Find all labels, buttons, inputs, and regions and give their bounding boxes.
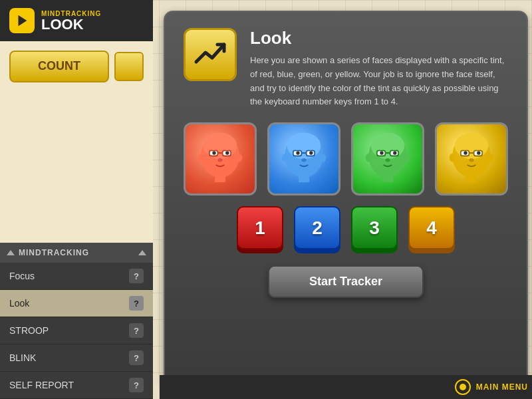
sidebar-item-focus[interactable]: Focus?	[0, 263, 153, 290]
question-badge-look[interactable]: ?	[129, 296, 144, 311]
count-button[interactable]: COUNT	[9, 51, 109, 82]
app-logo	[9, 8, 35, 33]
svg-point-19	[309, 151, 313, 154]
key-1-label: 1	[255, 217, 265, 239]
svg-point-44	[464, 151, 467, 154]
svg-rect-52	[466, 175, 477, 182]
svg-point-11	[198, 154, 204, 162]
key-2-label: 2	[312, 217, 323, 239]
key-3-label: 3	[369, 217, 380, 239]
main-content: Look Here you are shown a series of face…	[153, 0, 532, 399]
svg-point-5	[212, 151, 215, 154]
panel-title: Look	[250, 28, 508, 49]
nav-item-label-look: Look	[9, 298, 29, 309]
nav-list: Focus?Look?STROOP?BLINK?SELF REPORT?	[0, 263, 153, 399]
panel-top: Look Here you are shown a series of face…	[184, 28, 508, 109]
mindtracking-section: MINDTRACKING Focus?Look?STROOP?BLINK?SEL…	[0, 243, 153, 399]
svg-point-28	[371, 133, 404, 160]
svg-point-37	[366, 154, 372, 162]
nav-item-label-stroop: STROOP	[9, 325, 49, 336]
sidebar-item-look[interactable]: Look?	[0, 290, 153, 317]
key-4-label: 4	[426, 217, 437, 239]
svg-rect-39	[382, 175, 393, 182]
svg-point-25	[320, 154, 326, 162]
start-button-row: Start Tracker	[184, 265, 508, 298]
svg-point-41	[455, 133, 488, 160]
key-4[interactable]: 4	[408, 206, 455, 249]
svg-point-49	[469, 158, 473, 162]
mindtracking-header-left: MINDTRACKING	[7, 248, 89, 257]
svg-point-50	[450, 154, 456, 162]
panel-body-text: Here you are shown a series of faces dis…	[250, 54, 508, 109]
key-1[interactable]: 1	[237, 206, 283, 249]
sidebar-spacer	[0, 91, 153, 243]
panel-description: Look Here you are shown a series of face…	[250, 28, 508, 109]
key-3[interactable]: 3	[351, 206, 398, 249]
svg-point-45	[477, 151, 480, 154]
svg-point-2	[203, 133, 237, 160]
svg-rect-26	[299, 175, 309, 182]
svg-point-36	[385, 158, 390, 162]
count-area: COUNT	[0, 41, 153, 91]
main-menu-label[interactable]: MAIN MENU	[476, 382, 528, 392]
sidebar-header: MINDTRACKING LOOK	[0, 0, 153, 41]
collapse-icon[interactable]	[7, 250, 15, 255]
svg-point-10	[217, 158, 222, 162]
key-2[interactable]: 2	[294, 206, 340, 249]
info-panel: Look Here you are shown a series of face…	[164, 11, 528, 388]
start-tracker-button[interactable]: Start Tracker	[268, 265, 424, 298]
sidebar-item-blink[interactable]: BLINK?	[0, 344, 153, 372]
face-green	[351, 122, 424, 196]
svg-rect-13	[215, 175, 225, 182]
faces-row	[184, 122, 508, 196]
panel-icon	[184, 28, 237, 81]
face-red	[184, 122, 257, 196]
svg-point-18	[296, 151, 299, 154]
sidebar: MINDTRACKING LOOK COUNT MINDTRACKING Foc…	[0, 0, 153, 399]
question-badge-stroop[interactable]: ?	[129, 323, 144, 338]
svg-point-24	[282, 154, 288, 162]
svg-point-12	[236, 154, 242, 162]
nav-item-label-focus: Focus	[9, 271, 35, 281]
app-title: MINDTRACKING LOOK	[41, 10, 101, 32]
question-badge-focus[interactable]: ?	[129, 269, 144, 283]
svg-point-51	[487, 154, 493, 162]
question-badge-blink[interactable]: ?	[129, 350, 144, 365]
nav-item-label-self-report: SELF REPORT	[9, 380, 74, 390]
svg-point-38	[404, 154, 410, 162]
sidebar-item-self-report[interactable]: SELF REPORT?	[0, 372, 153, 399]
nav-item-label-blink: BLINK	[9, 352, 36, 363]
face-blue	[267, 122, 340, 196]
svg-point-15	[287, 133, 321, 160]
mindtracking-header: MINDTRACKING	[0, 243, 153, 263]
face-yellow	[435, 122, 508, 196]
svg-point-31	[380, 151, 383, 154]
mindtracking-label: MINDTRACKING	[19, 248, 89, 257]
main-menu-icon	[455, 379, 471, 395]
count-small-box	[114, 52, 144, 81]
svg-point-32	[393, 151, 396, 154]
keys-row: 1 2 3 4	[184, 206, 508, 249]
svg-point-6	[225, 151, 229, 154]
question-badge-self-report[interactable]: ?	[129, 378, 144, 392]
bottom-bar: MAIN MENU	[160, 375, 532, 399]
sidebar-item-stroop[interactable]: STROOP?	[0, 317, 153, 344]
svg-marker-0	[19, 15, 27, 27]
expand-icon[interactable]	[138, 250, 146, 255]
app-main-title: LOOK	[41, 17, 101, 32]
svg-point-23	[301, 158, 306, 162]
